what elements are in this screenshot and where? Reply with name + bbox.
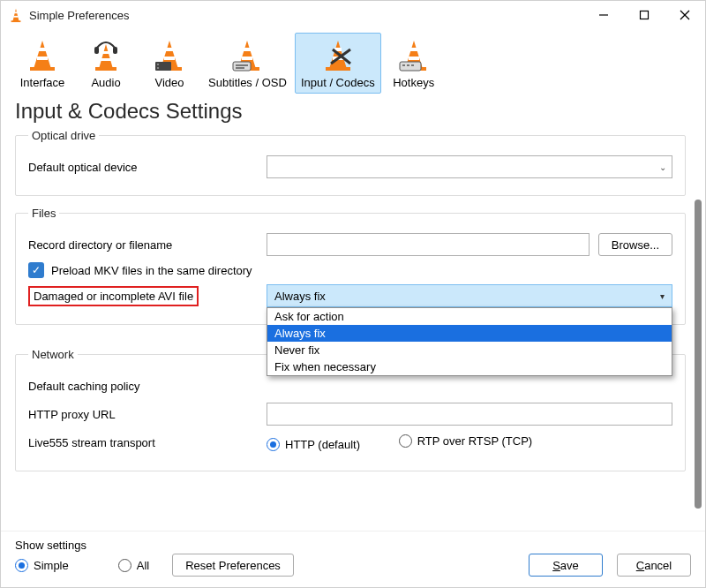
- svg-rect-21: [164, 57, 175, 60]
- avi-option-never[interactable]: Never fix: [267, 342, 672, 358]
- settings-content: Optical drive Default optical device ⌄ F…: [15, 129, 691, 517]
- avi-file-label: Damaged or incomplete AVI file: [28, 286, 199, 306]
- avi-fix-combo[interactable]: Always fix ▾ Ask for action Always fix N…: [267, 284, 672, 307]
- reset-preferences-button[interactable]: Reset Preferences: [172, 554, 294, 577]
- radio-label: All: [137, 559, 149, 572]
- svg-rect-24: [157, 67, 159, 69]
- caching-policy-label: Default caching policy: [28, 380, 267, 393]
- cone-headphones-icon: [88, 37, 124, 72]
- svg-rect-29: [233, 62, 251, 71]
- cat-label: Hotkeys: [393, 76, 434, 89]
- svg-rect-28: [242, 57, 252, 60]
- cat-audio[interactable]: Audio: [75, 33, 137, 94]
- group-legend: Network: [28, 348, 78, 361]
- live555-rtp-radio[interactable]: RTP over RTSP (TCP): [399, 434, 533, 448]
- svg-rect-13: [95, 67, 116, 71]
- http-proxy-input[interactable]: [267, 403, 672, 426]
- svg-rect-17: [113, 47, 117, 54]
- radio-icon: [399, 434, 412, 448]
- cat-label: Subtitles / OSD: [208, 76, 287, 89]
- radio-icon: [15, 559, 28, 572]
- cat-input-codecs[interactable]: Input / Codecs: [295, 33, 381, 94]
- svg-rect-14: [102, 51, 109, 54]
- close-button[interactable]: [665, 1, 705, 29]
- svg-rect-22: [155, 62, 171, 71]
- http-proxy-label: HTTP proxy URL: [28, 408, 267, 421]
- cat-hotkeys[interactable]: Hotkeys: [383, 33, 445, 94]
- dropdown-arrow-icon: ▾: [660, 291, 665, 301]
- save-button[interactable]: Save: [529, 554, 603, 577]
- vlc-app-icon: [8, 7, 24, 23]
- cat-interface[interactable]: Interface: [11, 33, 73, 94]
- chevron-down-icon: ⌄: [659, 162, 666, 172]
- group-optical-drive: Optical drive Default optical device ⌄: [15, 129, 686, 196]
- svg-rect-5: [641, 11, 649, 19]
- svg-marker-12: [99, 44, 113, 69]
- svg-rect-10: [39, 48, 46, 51]
- page-title: Input & Codecs Settings: [15, 99, 705, 124]
- avi-option-always[interactable]: Always fix: [267, 325, 672, 342]
- cat-video[interactable]: Video: [139, 33, 200, 94]
- cone-film-icon: [152, 37, 187, 72]
- avi-option-ask[interactable]: Ask for action: [267, 308, 672, 325]
- cat-label: Interface: [20, 76, 65, 89]
- optical-device-label: Default optical device: [28, 161, 267, 174]
- show-settings-label: Show settings: [15, 539, 691, 552]
- browse-button[interactable]: Browse...: [598, 233, 672, 256]
- cone-keyboard-icon: [396, 37, 432, 72]
- radio-label: RTP over RTSP (TCP): [417, 434, 533, 448]
- cat-label: Input / Codecs: [301, 76, 375, 89]
- svg-rect-40: [410, 48, 417, 51]
- combo-value: Always fix: [274, 290, 326, 303]
- cone-icon: [25, 37, 60, 72]
- radio-label: HTTP (default): [285, 438, 360, 451]
- record-dir-label: Record directory or filename: [28, 238, 267, 252]
- svg-marker-8: [34, 41, 51, 69]
- preload-mkv-checkbox[interactable]: ✓ Preload MKV files in the same director…: [28, 262, 672, 278]
- svg-marker-0: [12, 9, 19, 21]
- btn-text-rest: ave: [560, 559, 579, 572]
- radio-icon: [267, 438, 280, 451]
- svg-rect-11: [37, 57, 48, 60]
- svg-rect-33: [326, 67, 350, 71]
- group-legend: Files: [28, 207, 59, 220]
- cat-label: Video: [154, 76, 184, 89]
- svg-rect-45: [411, 64, 414, 66]
- category-toolbar: Interface Audio Video Subtitles / OSD In…: [1, 29, 705, 95]
- svg-rect-41: [409, 57, 419, 60]
- bottom-bar: Show settings Simple All Reset Preferenc…: [1, 531, 705, 587]
- avi-option-when-necessary[interactable]: Fix when necessary: [267, 358, 672, 375]
- maximize-button[interactable]: [624, 1, 665, 29]
- cancel-button[interactable]: Cancel: [617, 554, 691, 577]
- live555-http-radio[interactable]: HTTP (default): [267, 438, 360, 451]
- window-title: Simple Preferences: [29, 9, 129, 22]
- svg-rect-16: [94, 47, 99, 54]
- svg-rect-3: [13, 16, 18, 18]
- svg-rect-43: [402, 64, 405, 66]
- show-settings-all-radio[interactable]: All: [118, 559, 149, 572]
- svg-rect-20: [166, 48, 173, 51]
- cone-subtitle-icon: [229, 37, 265, 72]
- svg-rect-23: [157, 64, 159, 65]
- minimize-button[interactable]: [583, 1, 624, 29]
- optical-device-combo[interactable]: ⌄: [267, 155, 672, 178]
- svg-rect-2: [14, 11, 18, 13]
- svg-rect-44: [407, 64, 409, 66]
- svg-rect-1: [11, 20, 21, 22]
- content-scrollbar[interactable]: [695, 200, 702, 509]
- btn-text-rest: ancel: [644, 559, 672, 572]
- cat-subtitles[interactable]: Subtitles / OSD: [202, 33, 293, 94]
- record-dir-input[interactable]: [267, 233, 590, 256]
- svg-rect-27: [244, 48, 251, 51]
- group-legend: Optical drive: [28, 129, 99, 142]
- checkbox-label: Preload MKV files in the same directory: [51, 264, 252, 277]
- avi-fix-dropdown-list: Ask for action Always fix Never fix Fix …: [267, 307, 672, 376]
- cat-label: Audio: [91, 76, 120, 89]
- live555-label: Live555 stream transport: [28, 436, 267, 449]
- show-settings-simple-radio[interactable]: Simple: [15, 559, 69, 572]
- svg-rect-15: [101, 58, 111, 61]
- check-icon: ✓: [28, 262, 44, 278]
- titlebar: Simple Preferences: [1, 1, 705, 29]
- svg-rect-9: [30, 67, 55, 71]
- group-files: Files Record directory or filename Brows…: [15, 207, 686, 325]
